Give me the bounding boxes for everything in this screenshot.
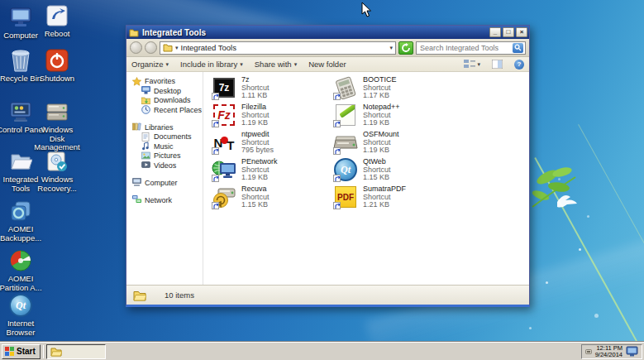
desktop-icon-windows-disk-management[interactable]: Windows Disk Management [33,99,81,152]
sidebar-item-pictures[interactable]: Pictures [141,151,203,161]
desktop-icon-aomei-partition[interactable]: AOMEI Partition A... [0,248,45,292]
change-view-button[interactable]: ▾ [464,60,480,69]
address-bar[interactable]: ▾ Integrated Tools ▾ [160,41,396,55]
video-icon [141,161,150,170]
preview-pane-button[interactable] [492,60,503,69]
sidebar-item-network[interactable]: Network [132,195,203,205]
address-folder-icon [163,43,173,52]
sidebar-item-computer[interactable]: Computer [132,178,203,188]
file-item-notepadpp[interactable]: Notepad++ Shortcut 1.19 KB [333,103,453,127]
breadcrumb-path[interactable]: Integrated Tools [181,43,236,52]
search-icon[interactable] [513,43,523,53]
desktop-icon-shutdown[interactable]: Shutdown [33,48,81,84]
search-input[interactable] [420,44,513,52]
file-item-penetwork[interactable]: PEnetwork Shortcut 1.19 KB [212,157,332,182]
desktop-icon-internet-browser[interactable]: Qt Internet Browser [0,293,45,337]
qtweb-app-icon: Qt [333,157,358,182]
start-button[interactable]: Start [2,344,41,359]
shortcut-arrow-icon [333,175,341,182]
organize-button[interactable]: Organize ▾ [131,60,169,69]
taskbar-item-integrated-tools[interactable] [46,344,106,359]
document-icon [141,132,150,142]
wallpaper-stem-line [578,124,644,342]
recovery-disc-icon [45,149,69,174]
file-item-osfmount[interactable]: OSFMount Shortcut 1.19 KB [333,130,453,155]
penetwork-app-icon [212,157,236,182]
libraries-icon [132,122,141,132]
sidebar-item-recent-places[interactable]: Recent Places [141,105,203,115]
back-button[interactable] [130,41,142,54]
taskbar-clock[interactable]: 12:11 PM 9/24/2014 [595,345,623,358]
breadcrumb-chevron-icon[interactable]: ▾ [175,45,179,51]
file-item-recuva[interactable]: Recuva Shortcut 1.15 KB [212,185,332,209]
file-size: 1.19 KB [363,146,399,155]
share-with-button[interactable]: Share with ▾ [255,60,297,69]
file-item-qtweb[interactable]: Qt QtWeb Shortcut 1.15 KB [333,157,453,182]
close-button[interactable]: × [516,27,527,37]
command-toolbar: Organize ▾ Include in library ▾ Share wi… [126,57,529,72]
wallpaper-bird [552,189,580,212]
tray-display-icon[interactable] [626,346,638,357]
computer-icon [8,5,33,30]
filezilla-app-icon: Fz [212,103,236,127]
notepadpp-app-icon [333,103,358,127]
file-size: 795 bytes [241,146,274,155]
help-button[interactable]: ? [514,60,524,70]
search-box[interactable] [416,41,526,55]
clock-icon [141,105,150,114]
explorer-window: Integrated Tools _ □ × ▾ Integrated Tool… [126,25,530,307]
file-item-bootice[interactable]: BOOTICE Shortcut 1.17 KB [333,75,453,100]
sidebar-item-videos[interactable]: Videos [141,161,203,170]
qt-globe-icon: Qt [8,293,33,318]
file-item-filezilla[interactable]: Fz Filezilla Shortcut 1.19 KB [212,103,332,127]
forward-button[interactable] [145,41,157,54]
maximize-button[interactable]: □ [503,27,514,37]
recuva-app-icon [212,185,236,209]
computer-small-icon [132,178,141,187]
open-folder-icon [8,149,33,174]
navigation-pane: Favorites Desktop Downloads Recent Place… [126,72,203,285]
explorer-main: Favorites Desktop Downloads Recent Place… [126,72,529,285]
desktop-icon-label: Reboot [33,30,81,39]
downloads-folder-icon [141,96,150,105]
sidebar-item-favorites[interactable]: Favorites [132,76,203,86]
include-in-library-button[interactable]: Include in library ▾ [180,60,243,69]
address-dropdown-icon[interactable]: ▾ [389,45,393,51]
sidebar-item-music[interactable]: Music [141,142,203,151]
items-count: 10 items [165,290,194,300]
sidebar-item-documents[interactable]: Documents [141,132,203,142]
file-item-sumatrapdf[interactable]: PDF SumatraPDF Shortcut 1.21 KB [333,185,453,209]
minimize-button[interactable]: _ [489,27,501,37]
shortcut-arrow-icon [212,147,219,155]
views-icon [464,60,475,69]
refresh-button[interactable] [398,41,413,55]
file-size: 1.19 KB [241,119,270,127]
sidebar-item-downloads[interactable]: Downloads [141,96,203,106]
status-bar: 10 items [126,285,529,305]
sidebar-item-libraries[interactable]: Libraries [132,122,203,132]
sidebar-item-desktop[interactable]: Desktop [141,86,203,96]
desktop-icon-aomei-backupper[interactable]: AOMEI Backuppe... [0,199,45,242]
file-size: 1.15 KB [241,201,270,209]
recycle-bin-icon [8,48,33,73]
desktop-icon-label: Windows Disk Management [33,126,81,152]
music-note-icon [141,142,150,151]
desktop-monitor-icon [141,86,150,95]
chevron-down-icon: ▾ [240,61,243,68]
desktop-icon-label: AOMEI Backuppe... [0,225,45,242]
file-item-7z[interactable]: 7z 7z Shortcut 1.11 KB [212,75,332,100]
new-folder-button[interactable]: New folder [308,60,346,69]
partition-pie-icon [8,248,33,273]
desktop-icon-reboot[interactable]: Reboot [33,3,81,39]
tray-status-icon[interactable] [585,348,592,355]
desktop-icon-label: Windows Recovery... [33,175,81,193]
bootice-app-icon [333,75,358,100]
windows-flag-icon [5,347,14,356]
preview-pane-icon [492,60,503,69]
file-item-ntpwedit[interactable]: NT ntpwedit Shortcut 795 bytes [212,130,332,155]
title-bar[interactable]: Integrated Tools _ □ × [126,26,529,39]
shutdown-icon [45,48,69,73]
desktop-icon-windows-recovery[interactable]: Windows Recovery... [33,149,81,193]
file-size: 1.15 KB [363,174,391,182]
desktop-icon-label: AOMEI Partition A... [0,275,45,292]
